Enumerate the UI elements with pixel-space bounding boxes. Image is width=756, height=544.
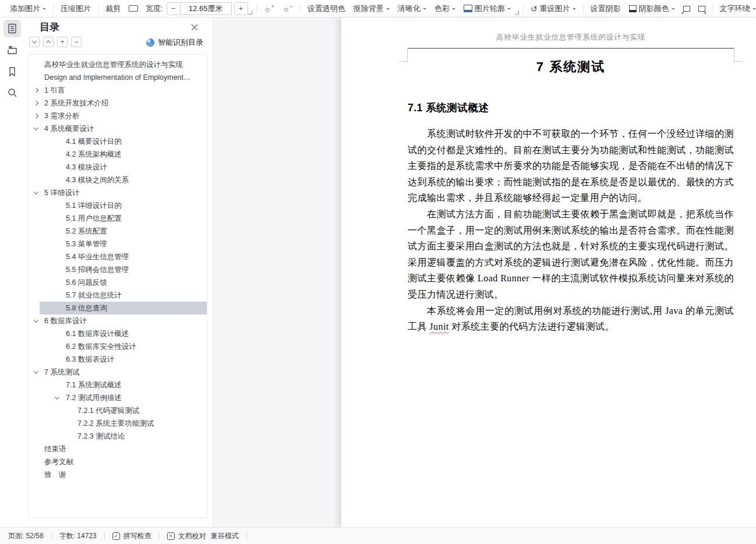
dropdown-caret-icon [672,8,675,12]
spellcheck-button[interactable]: ✓拼写检查 [110,531,154,541]
chevron-right-icon[interactable] [34,114,38,118]
chevron-down-icon[interactable] [34,125,38,130]
chevron-down-icon[interactable] [34,369,38,373]
toc-item[interactable]: 参考文献 [29,455,207,468]
document-page[interactable]: 高校毕业生就业信息管理系统的设计与实现 7 系统测试 7.1 系统测试概述 系统… [341,17,756,527]
set-transparent-color-button[interactable]: 设置透明色 [303,1,349,16]
smart-toc-button[interactable]: 智能识别目录 [146,37,203,48]
toolbar-button-label: 设置透明色 [308,3,345,14]
chevron-right-icon[interactable] [34,88,38,93]
shadow-color-icon [629,5,637,10]
reset-picture-button[interactable]: 重设图片 [527,1,580,16]
toc-item[interactable]: 6.3 数据表设计 [29,353,207,366]
toc-panel: 目录 + − 智能识别目录 高校毕业生就业信息管理系统的设计与实现Design … [24,17,213,527]
word-count[interactable]: 字数: 14723 [57,531,99,541]
brightness-down-button[interactable] [278,1,297,16]
page-indicator[interactable]: 页面: 52/58 [6,531,46,541]
search-icon[interactable] [3,84,21,101]
statusbar-divider [159,532,160,540]
toc-item[interactable]: 5.7 就业信息统计 [29,289,207,302]
toc-item[interactable]: 6.1 数据库设计概述 [29,327,207,340]
toc-item[interactable]: 7.1 系统测试概述 [29,379,207,391]
brightness-up-button[interactable] [260,1,278,16]
toc-item[interactable]: 5.1 用户信息配置 [29,212,207,225]
toc-item[interactable]: 6.2 数据库安全性设计 [29,340,207,353]
set-shadow-button[interactable]: 设置阴影 [587,1,625,16]
chevron-up-icon [46,40,51,45]
toc-icon[interactable] [3,20,21,37]
toc-item[interactable]: 5.6 问题反馈 [29,276,207,289]
toc-item[interactable]: 4.3 模块之间的关系 [29,174,207,186]
color-button[interactable]: 色彩 [430,1,460,16]
dropdown-caret-icon [573,8,576,12]
toolbar-button-label: 色彩 [434,3,450,14]
toc-item[interactable]: 5.3 菜单管理 [29,238,207,250]
toolbar-button-label: 设置阴影 [591,3,621,14]
toc-item-label: Design and Implementation of Employment… [44,71,191,84]
toc-item-label: 7.2.1 代码逻辑测试 [77,404,139,417]
toc-item[interactable]: 5.4 毕业生信息管理 [29,250,207,263]
sharpen-button[interactable]: 清晰化 [394,1,430,16]
toc-item[interactable]: 5.1 详细设计目的 [29,199,207,212]
dropdown-caret-icon [507,8,511,12]
expand-all-button[interactable]: + [57,37,68,47]
shadow-offset-left-button[interactable] [679,1,694,16]
shadow-offset-right-button[interactable] [694,1,709,16]
toc-item-label: 7.2.3 测试结论 [77,430,125,443]
toc-item[interactable]: 4 系统概要设计 [29,122,207,135]
toc-item[interactable]: 4.1 概要设计目的 [29,135,207,148]
toc-item[interactable]: 5.5 招聘会信息管理 [29,263,207,276]
toc-item[interactable]: 7 系统测试 [29,366,207,379]
compatibility-mode-button[interactable]: 兼容模式 [209,531,241,541]
chevron-down-icon[interactable] [34,189,38,194]
collapse-all-button[interactable]: − [71,37,82,47]
toolbar-divider [583,4,584,13]
crop-button[interactable]: 裁剪 [101,1,125,16]
toolbar-button-label: 阴影颜色 [639,3,669,14]
toc-item[interactable]: 7.2.2 系统主要功能测试 [29,417,207,430]
toc-item[interactable]: 5.8 信息查询 [29,302,207,315]
remove-background-button[interactable]: 抠除背景 [349,1,394,16]
toc-item[interactable]: 7.2.1 代码逻辑测试 [29,404,207,417]
toc-item[interactable]: 结束语 [29,443,207,455]
toc-item[interactable]: 4.2 系统架构概述 [29,148,207,161]
toc-item[interactable]: 5.2 系统配置 [29,225,207,238]
toc-item[interactable]: 4.3 模块设计 [29,161,207,174]
width-value[interactable]: 12.65厘米 [181,2,232,15]
chevron-down-icon[interactable] [34,317,38,322]
toc-item[interactable]: 5 详细设计 [29,186,207,199]
text-wrap-button[interactable]: 文字环绕 [716,1,756,16]
expand-item-button[interactable] [29,37,40,47]
bookmark-icon[interactable] [3,63,21,80]
toc-item[interactable]: 3 需求分析 [29,109,207,122]
dropdown-caret-icon [423,8,426,12]
chapter-nav-icon[interactable] [3,42,21,59]
compress-picture-button[interactable]: 压缩图片 [56,1,95,16]
close-icon[interactable] [190,23,199,31]
proofread-button[interactable]: ×文档校对 [165,531,209,541]
picture-tools-toolbar: 添加图片压缩图片裁剪宽度:−12.65厘米+设置透明色抠除背景清晰化色彩图片轮廓… [0,0,756,17]
toc-item[interactable]: 高校毕业生就业信息管理系统的设计与实现 [29,58,207,71]
width-decrease-button[interactable]: − [167,2,181,15]
toc-item[interactable]: Design and Implementation of Employment… [29,71,207,84]
toc-item[interactable]: 7.2.3 测试结论 [29,430,207,443]
add-picture-button[interactable]: 添加图片 [6,1,50,16]
dropdown-caret-icon [386,8,390,12]
toc-item[interactable]: 致 谢 [29,468,207,481]
shadow-color-button[interactable]: 阴影颜色 [625,1,679,16]
chevron-right-icon[interactable] [34,101,38,105]
collapse-item-button[interactable] [43,37,54,47]
picture-outline-button[interactable]: 图片轮廓 [460,1,515,16]
chevron-down-icon[interactable] [55,394,59,399]
toc-item[interactable]: 2 系统开发技术介绍 [29,97,207,109]
toc-item[interactable]: 6 数据库设计 [29,315,207,327]
crop-shape-button[interactable] [125,1,142,16]
toc-item-label: 7.1 系统测试概述 [66,379,122,391]
statusbar-label: 兼容模式 [211,531,239,541]
toc-item[interactable]: 7.2 测试用例描述 [29,391,207,404]
toc-item-label: 致 谢 [44,468,66,481]
toc-item-label: 7.2 测试用例描述 [66,391,122,404]
width-increase-button[interactable]: + [234,2,248,15]
toc-item[interactable]: 1 引言 [29,84,207,97]
shadow-right-icon [698,6,705,12]
